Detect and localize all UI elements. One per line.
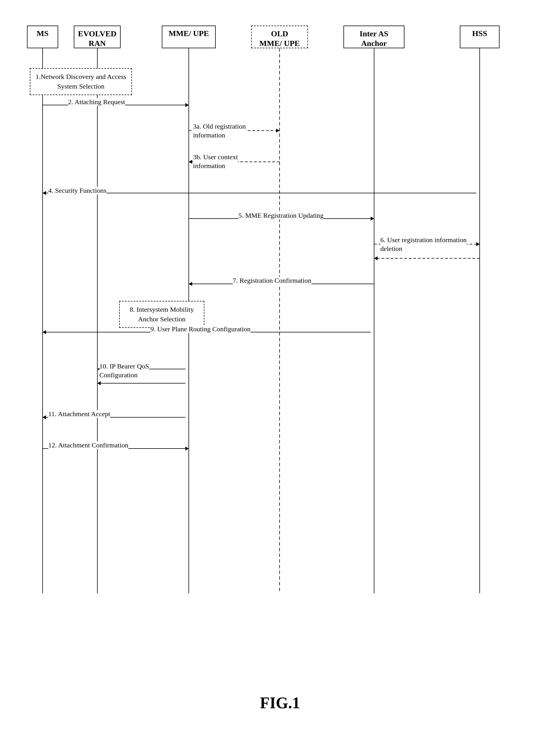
step4-label: 4. Security Functions [48,187,106,194]
step3a-label: 3a. Old registrationinformation [193,122,246,140]
entity-old-mme-upe: OLDMME/ UPE [251,26,308,48]
svg-marker-24 [43,330,46,334]
entity-hss: HSS [460,26,500,48]
step3b-label: 3b. User contextinformation [193,153,238,170]
step7-label: 7. Registration Confirmation [233,277,311,284]
step9-label: 9. User Plane Routing Configuration [150,325,251,333]
svg-marker-13 [43,191,46,195]
step10-label: 10. IP Bearer QoSConfiguration [99,362,149,380]
step2-label: 2. Attaching Request [68,98,125,106]
svg-marker-22 [189,282,192,286]
svg-marker-31 [43,415,46,419]
entity-inter-as-anchor: Inter ASAnchor [343,26,404,48]
svg-marker-7 [185,103,189,107]
svg-marker-9 [276,129,280,133]
svg-marker-18 [476,242,480,246]
diagram: MS EVOLVEDRAN MME/ UPE OLDMME/ UPE Inter… [11,11,549,701]
entity-mme-upe: MME/ UPE [162,26,216,48]
svg-marker-33 [185,447,189,451]
svg-marker-11 [189,160,192,164]
step1-box: 1.Network Discovery and AccessSystem Sel… [30,68,132,95]
entity-ms: MS [27,26,58,48]
entity-evolved-ran: EVOLVEDRAN [74,26,121,48]
svg-marker-16 [371,217,374,221]
step11-label: 11. Attachment Accept [48,410,110,418]
step8-box: 8. Intersystem MobilityAnchor Selection [119,301,204,328]
lifelines-svg [11,11,551,693]
step12-label: 12. Attachment Confirmation [48,441,128,449]
step6-label: 6. User registration informationdeletion [380,236,467,253]
step5-label: 5. MME Registration Updating [238,212,324,219]
figure-label: FIG.1 [0,694,560,712]
svg-marker-20 [374,256,377,260]
svg-marker-29 [97,381,101,385]
